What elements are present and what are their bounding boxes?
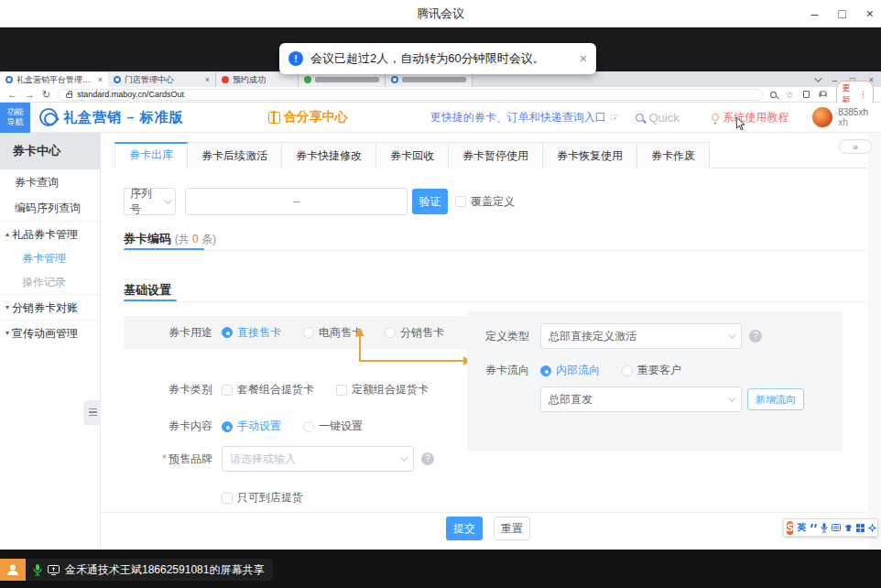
- tab-card-suspend[interactable]: 券卡暂停使用: [449, 142, 543, 169]
- tutorial-link[interactable]: 系统使用教程: [712, 110, 789, 125]
- sogou-logo-icon[interactable]: S: [787, 521, 793, 535]
- codes-count-prefix: (共: [175, 233, 192, 245]
- minimize-icon[interactable]: –: [811, 0, 819, 27]
- radio-important-customer[interactable]: 重要客户: [622, 363, 681, 378]
- profile-icon[interactable]: [819, 91, 826, 99]
- radio-internal-flow[interactable]: 内部流向: [540, 363, 600, 378]
- flow-target-select[interactable]: 总部直发: [540, 387, 742, 412]
- window-titlebar: 腾讯会议 – □ ×: [0, 0, 881, 27]
- checkbox-combo-pickup-card[interactable]: 套餐组合提货卡: [222, 382, 314, 397]
- sidebar-collapse-handle[interactable]: [85, 400, 101, 424]
- help-icon[interactable]: ?: [421, 452, 434, 465]
- sidebar-item-code-sequence-query[interactable]: 编码序列查询: [0, 195, 100, 221]
- bookmark-star-icon[interactable]: ☆: [786, 90, 794, 100]
- verify-button[interactable]: 验证: [412, 189, 448, 214]
- footer-divider: [101, 512, 866, 513]
- radio-selected-icon[interactable]: [222, 327, 233, 338]
- radio-direct-sale[interactable]: 直接售卡: [222, 325, 281, 341]
- panel-collapse-button[interactable]: »: [839, 139, 872, 154]
- tab-favicon-icon: [5, 76, 13, 83]
- radio-distribution-sale[interactable]: 分销售卡: [385, 325, 444, 341]
- sidebar-group-promo-animation[interactable]: ▾ 宣传动画管理: [0, 320, 100, 345]
- radio-manual-setup[interactable]: 手动设置: [222, 419, 281, 434]
- chevron-down-icon: [400, 453, 408, 461]
- browser-tab-active[interactable]: 礼盒营销平台管理中心 ×: [0, 72, 108, 87]
- ime-keyboard-icon[interactable]: [832, 524, 841, 531]
- checkbox-icon[interactable]: [222, 385, 233, 396]
- codes-title-text: 券卡编码: [124, 232, 171, 245]
- radio-selected-icon[interactable]: [222, 421, 233, 432]
- tab-card-restore[interactable]: 券卡恢复使用: [543, 142, 637, 169]
- share-center-link[interactable]: 合分享中心: [268, 109, 348, 125]
- caret-down-icon: ▾: [5, 295, 9, 321]
- tab-label-obscured: [402, 77, 466, 82]
- quick-search[interactable]: Quick: [636, 111, 679, 125]
- browser-tab-obscured[interactable]: [386, 72, 473, 87]
- radio-selected-icon[interactable]: [540, 365, 551, 376]
- ime-punctuation-icon[interactable]: [810, 523, 817, 532]
- quick-entry-link[interactable]: 更快捷的券卡、订单和快递查询入口 ☞: [430, 110, 620, 125]
- checkbox-icon[interactable]: [336, 385, 347, 396]
- checkbox-fixed-combo-pickup-card[interactable]: 定额组合提货卡: [336, 382, 429, 397]
- ime-settings-icon[interactable]: [868, 524, 876, 532]
- browser-tab[interactable]: 预约成功: [216, 72, 299, 87]
- quick-search-placeholder: Quick: [648, 111, 679, 125]
- zoom-icon[interactable]: [770, 92, 777, 98]
- browser-tab[interactable]: 门店管理中心 ×: [108, 72, 216, 87]
- serial-type-select[interactable]: 序列号: [124, 188, 176, 215]
- help-icon[interactable]: ?: [749, 330, 762, 343]
- sidebar-item-operation-log[interactable]: 操作记录: [0, 270, 100, 294]
- tab-card-later-activate[interactable]: 券卡后续激活: [188, 142, 282, 169]
- ime-skin-icon[interactable]: [844, 524, 853, 532]
- quick-entry-label: 更快捷的券卡、订单和快递查询入口: [430, 110, 606, 125]
- sidebar-group-distribution-reconcile[interactable]: ▾ 分销券卡对账: [0, 294, 100, 320]
- radio-icon[interactable]: [622, 365, 633, 376]
- serial-range-input[interactable]: [185, 188, 408, 215]
- tab-card-recycle[interactable]: 券卡回收: [376, 142, 449, 169]
- participant-avatar-icon: [0, 559, 26, 581]
- ime-mic-icon[interactable]: [821, 523, 828, 533]
- checkbox-store-pickup-only[interactable]: 只可到店提货: [222, 490, 303, 506]
- radio-ecommerce-sale[interactable]: 电商售卡: [303, 325, 363, 341]
- radio-icon[interactable]: [303, 327, 314, 338]
- main-content: » 券卡出库 券卡后续激活 券卡快捷修改 券卡回收 券卡暂停使用 券卡恢复使用 …: [101, 133, 881, 550]
- sidebar-item-card-mgmt[interactable]: 券卡管理: [0, 246, 100, 270]
- sidebar-item-card-query[interactable]: 券卡查询: [0, 169, 100, 195]
- overwrite-checkbox[interactable]: [455, 196, 466, 207]
- overwrite-option[interactable]: 覆盖定义: [455, 194, 515, 210]
- card-category-label: 券卡类别: [124, 382, 212, 397]
- back-icon[interactable]: ←: [7, 89, 17, 100]
- tab-card-quick-edit[interactable]: 券卡快捷修改: [282, 142, 376, 169]
- flow-target-value: 总部直发: [549, 392, 593, 408]
- user-avatar[interactable]: [812, 107, 832, 127]
- submit-button[interactable]: 提交: [446, 517, 483, 540]
- maximize-icon[interactable]: □: [838, 0, 845, 27]
- radio-one-click-setup[interactable]: 一键设置: [303, 419, 363, 434]
- radio-icon[interactable]: [385, 327, 396, 338]
- close-icon[interactable]: ×: [866, 0, 874, 27]
- function-nav-button[interactable]: 功能 导航: [0, 103, 30, 133]
- radio-label: 手动设置: [237, 419, 281, 434]
- forward-icon[interactable]: →: [25, 89, 35, 100]
- ime-language-indicator[interactable]: 英: [797, 521, 806, 534]
- tab-close-icon[interactable]: ×: [98, 75, 103, 84]
- share-banner-text: 金禾通技术王斌18662591081的屏幕共享: [65, 562, 264, 578]
- tab-card-outbound[interactable]: 券卡出库: [114, 142, 188, 169]
- tab-card-void[interactable]: 券卡作废: [637, 142, 710, 169]
- address-bar[interactable]: standard.maboy.cn/CardsOut: [58, 89, 763, 101]
- add-flow-button[interactable]: 新增流向: [747, 388, 804, 410]
- side-panel-icon[interactable]: [803, 91, 810, 98]
- ime-grid-icon[interactable]: [856, 524, 865, 532]
- toast-close-icon[interactable]: ×: [580, 51, 587, 66]
- checkbox-icon[interactable]: [222, 493, 233, 504]
- reset-button[interactable]: 重置: [494, 517, 530, 540]
- page-url: standard.maboy.cn/CardsOut: [77, 90, 184, 99]
- browser-tab-obscured[interactable]: [299, 72, 386, 87]
- define-type-select[interactable]: 总部直接定义激活: [540, 323, 742, 349]
- tab-close-icon[interactable]: ×: [205, 75, 210, 84]
- presale-brand-select[interactable]: 请选择或输入: [222, 446, 414, 472]
- checkbox-label: 套餐组合提货卡: [237, 382, 314, 397]
- reload-icon[interactable]: ↻: [42, 89, 50, 101]
- sidebar-group-gift-card-mgmt[interactable]: ▴ 礼品券卡管理: [0, 221, 100, 246]
- radio-icon[interactable]: [303, 421, 314, 432]
